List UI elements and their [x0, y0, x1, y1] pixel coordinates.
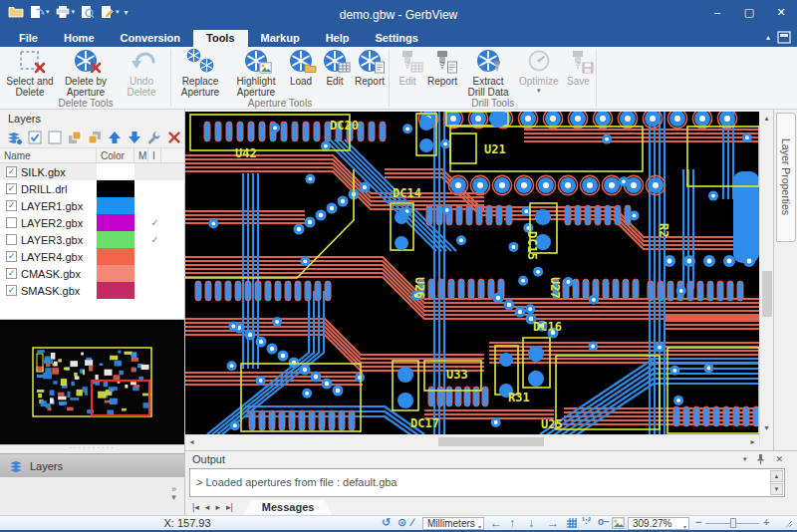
layer-visible-checkbox[interactable]: ✓: [6, 183, 17, 194]
remove-layer-button[interactable]: [165, 130, 182, 146]
pan-up-icon[interactable]: ↑: [509, 516, 515, 530]
pan-right-icon[interactable]: →: [547, 516, 559, 530]
ribbon-button-optimize[interactable]: Optimize▾: [516, 47, 561, 95]
panel-resize-grip[interactable]: ··········: [0, 445, 184, 453]
scroll-left-icon[interactable]: ◂: [185, 435, 198, 448]
ribbon-button-save[interactable]: Save: [561, 47, 595, 87]
tab-home[interactable]: Home: [51, 30, 108, 47]
pin-icon[interactable]: [755, 453, 766, 465]
ribbon-button-replace-aperture[interactable]: Replace Aperture: [172, 47, 228, 98]
tab-file[interactable]: File: [6, 30, 51, 47]
tab-tools[interactable]: Tools: [193, 30, 248, 47]
resize-grip-icon[interactable]: [785, 520, 793, 528]
tab-help[interactable]: Help: [313, 30, 363, 47]
column-header-name[interactable]: Name: [0, 148, 97, 162]
layer-color-swatch[interactable]: [97, 163, 134, 180]
hscroll-thumb[interactable]: [438, 437, 544, 446]
origin-icon[interactable]: o–: [598, 516, 610, 527]
snapshot-icon[interactable]: [612, 517, 625, 529]
tab-markup[interactable]: Markup: [248, 30, 313, 47]
layer-row-smask-gbx[interactable]: ✓SMASK.gbx: [0, 282, 184, 299]
layer-color-swatch[interactable]: [97, 231, 134, 248]
pcb-canvas[interactable]: DC20U42U21DC14DC15R2U26U27DC16U33R31DC17…: [185, 112, 759, 434]
next-tab-icon[interactable]: ▸: [212, 502, 223, 512]
layer-color-swatch[interactable]: [97, 197, 134, 214]
output-log[interactable]: > Loaded apertures from file : default.g…: [189, 468, 785, 497]
ribbon-options-icon[interactable]: [777, 31, 791, 44]
layer-color-swatch[interactable]: [97, 248, 134, 265]
move-down-button[interactable]: [126, 130, 142, 146]
close-button[interactable]: ✕: [765, 0, 797, 24]
canvas-vscrollbar[interactable]: ▴ ▾: [759, 112, 773, 447]
move-up-button[interactable]: [106, 130, 123, 146]
tab-conversion[interactable]: Conversion: [108, 30, 194, 47]
ribbon-button-delete-by-aperture[interactable]: Delete by Aperture: [58, 47, 114, 98]
ribbon-button-undo-delete[interactable]: Undo Delete: [114, 47, 169, 98]
prev-tab-icon[interactable]: ◂: [202, 502, 213, 512]
ribbon-button-load[interactable]: Load: [284, 47, 318, 87]
circle-icon[interactable]: ⊙: [398, 516, 406, 529]
layer-visible-checkbox[interactable]: ✓: [6, 166, 17, 177]
zoom-in-icon[interactable]: +: [763, 516, 769, 528]
ribbon-button-highlight-aperture[interactable]: Highlight Aperture: [228, 47, 284, 98]
zoom-out-icon[interactable]: −: [695, 516, 701, 528]
output-scroll-down-icon[interactable]: ▼: [770, 483, 783, 495]
layer-visible-checkbox[interactable]: [6, 217, 17, 228]
layer-color-swatch[interactable]: [97, 282, 134, 299]
ribbon-button-select-and-delete[interactable]: Select and Delete: [2, 47, 58, 98]
first-tab-icon[interactable]: |◂: [189, 502, 202, 512]
panel-overflow-button[interactable]: »▾: [171, 485, 176, 501]
layer-row-layer1-gbx[interactable]: ✓LAYER1.gbx: [0, 197, 184, 214]
ribbon-button-extract-drill-data[interactable]: Extract Drill Data: [460, 47, 516, 98]
ribbon-button-report[interactable]: Report: [352, 47, 388, 87]
layer-visible-checkbox[interactable]: ✓: [6, 200, 17, 211]
overview-thumbnail[interactable]: [0, 319, 184, 445]
layer-color-swatch[interactable]: [97, 180, 134, 197]
pan-down-icon[interactable]: ↓: [528, 516, 534, 530]
ribbon-button-edit[interactable]: Edit: [318, 47, 352, 87]
output-close-icon[interactable]: ✕: [775, 454, 783, 464]
units-select[interactable]: Millimeters▾: [422, 517, 484, 530]
column-header-i[interactable]: I: [148, 148, 161, 162]
tab-settings[interactable]: Settings: [363, 30, 431, 47]
layer-color-swatch[interactable]: [97, 265, 134, 282]
column-header-color[interactable]: Color: [97, 148, 134, 162]
canvas-hscrollbar[interactable]: ◂ ▸: [185, 434, 759, 447]
messages-tab[interactable]: Messages: [244, 500, 333, 515]
minimize-button[interactable]: –: [701, 0, 733, 24]
ribbon-button-edit[interactable]: Edit: [391, 47, 424, 87]
output-scroll-up-icon[interactable]: ▲: [770, 470, 783, 482]
settings-wrench-button[interactable]: [145, 130, 162, 146]
rotate-icon[interactable]: ↺: [382, 516, 391, 529]
layer-row-silk-gbx[interactable]: ✓SILK.gbx: [0, 163, 184, 180]
reload-layers-button[interactable]: [6, 130, 23, 146]
layer-row-layer2-gbx[interactable]: LAYER2.gbx✓: [0, 214, 184, 231]
layer-visible-checkbox[interactable]: ✓: [6, 251, 17, 262]
layers-bottom-tab[interactable]: Layers: [0, 453, 184, 477]
maximize-button[interactable]: ▢: [733, 0, 765, 24]
pan-left-icon[interactable]: ←: [490, 516, 502, 530]
layer-color-swatch[interactable]: [97, 214, 134, 231]
scroll-down-icon[interactable]: ▾: [760, 421, 773, 434]
scroll-right-icon[interactable]: ▸: [746, 435, 759, 448]
send-backward-button[interactable]: [86, 130, 103, 146]
vscroll-thumb[interactable]: [762, 271, 772, 317]
last-tab-icon[interactable]: ▸|: [223, 502, 236, 512]
bring-forward-button[interactable]: [66, 130, 83, 146]
layer-properties-tab[interactable]: Layer Properties: [776, 113, 796, 242]
layer-row-drill-drl[interactable]: ✓DRILL.drl: [0, 180, 184, 197]
zoom-select[interactable]: 309.27%▾: [628, 517, 689, 530]
layer-row-layer3-gbx[interactable]: LAYER3.gbx✓: [0, 231, 184, 248]
column-header-m[interactable]: M: [134, 148, 148, 162]
renumber-icon[interactable]: ¹:²: [582, 516, 591, 526]
layer-row-layer4-gbx[interactable]: ✓LAYER4.gbx: [0, 248, 184, 265]
grid-icon[interactable]: [566, 517, 578, 529]
line-icon[interactable]: ∕: [411, 516, 413, 528]
layer-visible-checkbox[interactable]: ✓: [6, 268, 17, 279]
uncheck-all-button[interactable]: [46, 130, 63, 146]
layer-visible-checkbox[interactable]: [6, 234, 17, 245]
check-all-button[interactable]: [26, 130, 43, 146]
zoom-slider-thumb[interactable]: [730, 518, 736, 528]
layer-row-cmask-gbx[interactable]: ✓CMASK.gbx: [0, 265, 184, 282]
output-dropdown-caret-icon[interactable]: ▾: [743, 455, 747, 463]
